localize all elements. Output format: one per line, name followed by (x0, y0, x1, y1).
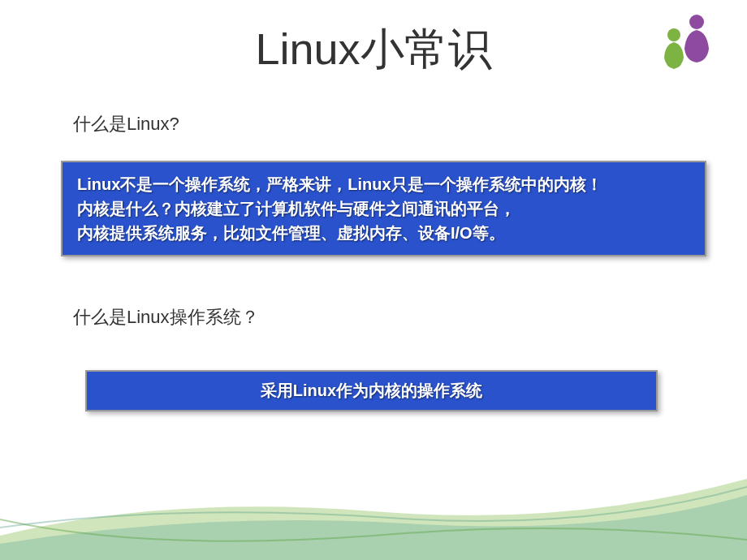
logo-icon (658, 12, 723, 77)
answer-1-line-2: 内核是什么？内核建立了计算机软件与硬件之间通讯的平台， (77, 196, 690, 221)
question-2: 什么是Linux操作系统？ (73, 305, 715, 330)
answer-2: 采用Linux作为内核的操作系统 (101, 380, 641, 402)
answer-box-1: Linux不是一个操作系统，严格来讲，Linux只是一个操作系统中的内核！ 内核… (61, 161, 706, 256)
page-title: Linux小常识 (32, 20, 715, 80)
slide-container: Linux小常识 什么是Linux? Linux不是一个操作系统，严格来讲，Li… (0, 0, 747, 560)
question-1: 什么是Linux? (73, 112, 715, 136)
answer-box-2: 采用Linux作为内核的操作系统 (85, 370, 658, 411)
decorative-swoosh (0, 463, 747, 560)
answer-1-line-1: Linux不是一个操作系统，严格来讲，Linux只是一个操作系统中的内核！ (77, 172, 690, 196)
svg-point-1 (667, 28, 680, 41)
answer-1-line-3: 内核提供系统服务，比如文件管理、虚拟内存、设备I/O等。 (77, 221, 690, 245)
svg-point-0 (689, 15, 704, 29)
